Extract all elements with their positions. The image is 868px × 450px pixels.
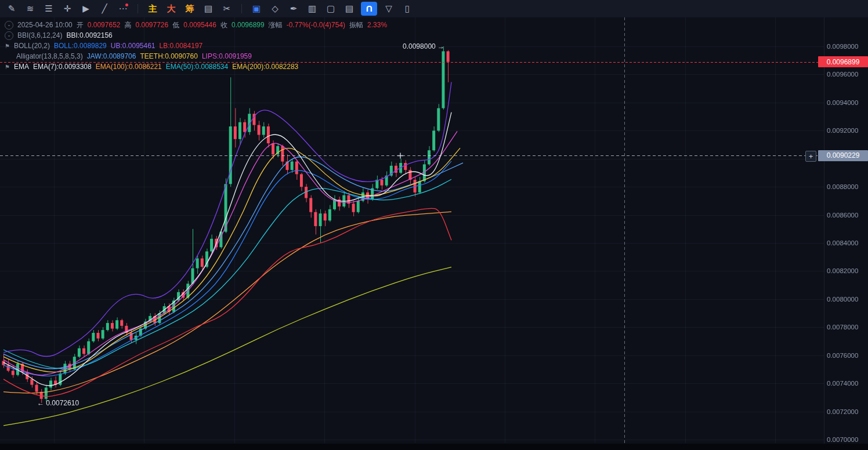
teeth-value: TEETH:0.0090760	[140, 52, 197, 60]
ema200-value: EMA(200):0.0082283	[232, 63, 298, 71]
bbi-name: BBI(3,6,12,24)	[17, 31, 62, 39]
indicator-legend-panel: ⌄ 2025-04-26 10:00 开 0.0097652 高 0.00977…	[5, 20, 391, 72]
bbi-value: BBI:0.0092156	[66, 31, 112, 39]
collapse-circle-icon[interactable]: ⌄	[5, 31, 13, 40]
ema-row: ⚑ EMA EMA(7):0.0093308 EMA(100):0.008622…	[5, 61, 391, 72]
high-value: 0.0097726	[135, 21, 168, 29]
drawing-toolbar: ✎≋☰✛▶╱⋯主大筹▤✂▣◇✒▥▢▤U▽▯	[0, 0, 868, 17]
low-value: 0.0095446	[183, 21, 216, 29]
magnet-tool-icon[interactable]: U	[361, 2, 377, 16]
open-label: 开	[77, 20, 84, 30]
change-label: 涨幅	[269, 20, 283, 30]
chips-button[interactable]: 筹	[180, 0, 199, 17]
more-tools-icon[interactable]: ⋯	[114, 0, 132, 17]
large-order-button[interactable]: 大	[162, 0, 180, 17]
crosshair-tool-icon[interactable]: ✛	[58, 0, 77, 17]
price-axis-label: 0.0074000	[827, 380, 858, 387]
high-marker: 0.0098000 →	[403, 42, 444, 50]
boll-row: ⚑ BOLL(20,2) BOLL:0.0089829 UB:0.0095461…	[5, 41, 391, 51]
lips-value: LIPS:0.0091959	[202, 52, 252, 60]
wave-tool-icon[interactable]: ≋	[21, 0, 39, 17]
price-axis-label: 0.0096000	[827, 71, 858, 78]
close-value: 0.0096899	[232, 21, 265, 29]
price-axis-label: 0.0094000	[827, 99, 858, 106]
filter-tool-icon[interactable]: ▽	[379, 0, 398, 17]
collapse-circle-icon[interactable]: ⌄	[5, 21, 13, 30]
indicator-edit-tool-icon[interactable]: ▤	[199, 0, 218, 17]
pattern-tool-icon[interactable]: ▥	[303, 0, 321, 17]
open-value: 0.0097652	[88, 21, 121, 29]
time-axis-collapsed[interactable]	[0, 444, 868, 450]
close-label: 收	[220, 20, 227, 30]
alligator-name: Alligator(13,8,5,8,5,3)	[16, 52, 83, 60]
note-tool-icon[interactable]: ▤	[340, 0, 359, 17]
boll-lb-value: LB:0.0084197	[160, 42, 203, 50]
forecast-tool-icon[interactable]: ▶	[77, 0, 95, 17]
crosshair-price-badge: 0.0090229	[818, 150, 868, 161]
eraser-tool-icon[interactable]: ✂	[218, 0, 236, 17]
ema7-value: EMA(7):0.0093308	[33, 63, 92, 71]
low-marker: ← 0.0072610	[37, 399, 79, 407]
trading-chart-window: ✎≋☰✛▶╱⋯主大筹▤✂▣◇✒▥▢▤U▽▯ 0.00980000.0096000…	[0, 0, 868, 450]
price-axis-label: 0.0070000	[827, 436, 858, 443]
crosshair-plus-handle[interactable]: +	[805, 151, 816, 162]
last-price-badge: 0.0096899	[818, 56, 868, 67]
annotate-tool-icon[interactable]: ✒	[284, 0, 303, 17]
price-axis-label: 0.0080000	[827, 296, 858, 303]
amplitude-label: 振幅	[349, 20, 363, 30]
compare-tool-icon[interactable]: ▣	[247, 0, 266, 17]
ema100-value: EMA(100):0.0086221	[96, 63, 162, 71]
hline-tool-icon[interactable]: ☰	[39, 0, 58, 17]
ohlc-row: ⌄ 2025-04-26 10:00 开 0.0097652 高 0.00977…	[5, 20, 391, 30]
boll-mb-value: BOLL:0.0089829	[54, 42, 107, 50]
toolbar-divider	[138, 4, 138, 13]
toolbar-divider	[241, 4, 242, 13]
indicator-flag-icon[interactable]: ⚑	[5, 64, 10, 70]
brush-tool-icon[interactable]: ✎	[2, 0, 21, 17]
bar-time: 2025-04-26 10:00	[17, 21, 73, 29]
alligator-row: Alligator(13,8,5,8,5,3) JAW:0.0089706 TE…	[5, 51, 391, 61]
delete-tool-icon[interactable]: ▯	[398, 0, 417, 17]
boll-ub-value: UB:0.0095461	[111, 42, 155, 50]
ema-name: EMA	[14, 63, 29, 71]
price-axis-label: 0.0084000	[827, 239, 858, 246]
ray-tool-icon[interactable]: ╱	[95, 0, 114, 17]
order-box-tool-icon[interactable]: ▢	[321, 0, 340, 17]
main-indicator-button[interactable]: 主	[143, 0, 162, 17]
price-axis-label: 0.0072000	[827, 408, 858, 415]
change-value: -0.77%(-0.0(4)754)	[287, 21, 345, 29]
amplitude-value: 2.33%	[367, 21, 387, 29]
price-axis-label: 0.0082000	[827, 267, 858, 274]
ema50-value: EMA(50):0.0088534	[166, 63, 228, 71]
jaw-value: JAW:0.0089706	[87, 52, 136, 60]
price-axis-label: 0.0078000	[827, 324, 858, 331]
price-axis-separator	[824, 17, 824, 444]
bbi-row: ⌄ BBI(3,6,12,24) BBI:0.0092156	[5, 30, 391, 41]
boll-name: BOLL(20,2)	[14, 42, 50, 50]
candlestick-chart[interactable]	[0, 17, 868, 450]
price-axis-label: 0.0076000	[827, 352, 858, 359]
price-axis-label: 0.0088000	[827, 183, 858, 190]
measure-tool-icon[interactable]: ◇	[266, 0, 284, 17]
price-axis-label: 0.0092000	[827, 127, 858, 134]
price-axis-label: 0.0086000	[827, 212, 858, 219]
indicator-flag-icon[interactable]: ⚑	[5, 43, 10, 49]
low-label: 低	[172, 20, 179, 30]
price-axis-label: 0.0098000	[827, 43, 858, 50]
high-label: 高	[124, 20, 131, 30]
